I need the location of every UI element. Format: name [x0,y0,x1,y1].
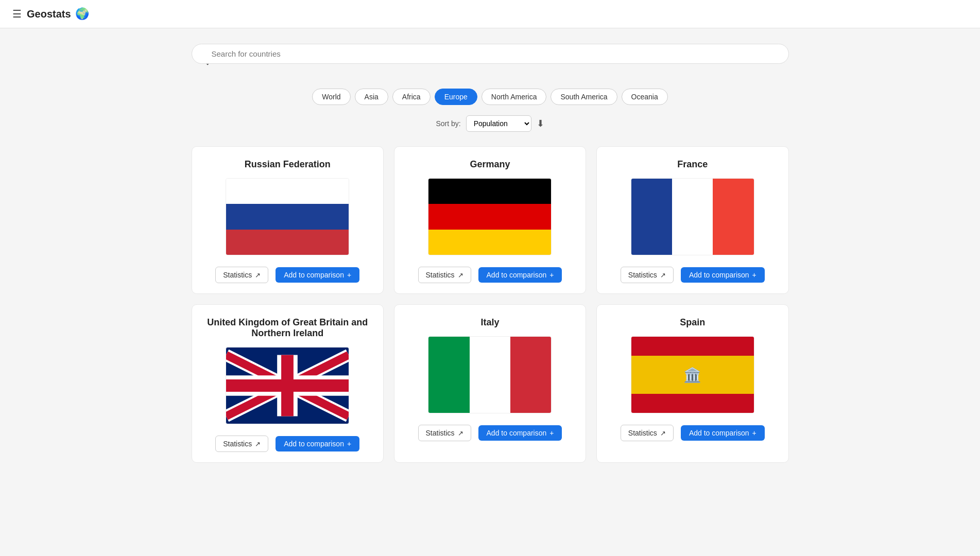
tab-world[interactable]: World [312,89,350,105]
flag-stripe [226,230,349,255]
statistics-label: Statistics [628,271,657,279]
flag-france [631,178,754,255]
card-actions-uk: Statistics ↗ Add to comparison + [215,436,359,452]
country-card-russia: Russian Federation Statistics ↗ Add to c… [192,146,384,294]
app-header: ☰ Geostats 🌍 [0,0,980,28]
flag-spain: 🏛️ [631,336,754,413]
country-name-spain: Spain [680,317,705,328]
flag-stripe [226,204,349,229]
trend-icon: ↗ [458,271,463,279]
statistics-button-russia[interactable]: Statistics ↗ [215,267,268,283]
filter-tabs: WorldAsiaAfricaEuropeNorth AmericaSouth … [192,89,789,105]
add-label: Add to comparison [487,429,547,437]
add-to-comparison-button-france[interactable]: Add to comparison + [681,267,765,283]
add-to-comparison-button-russia[interactable]: Add to comparison + [276,267,359,283]
flag-germany [428,178,552,255]
trend-icon: ↗ [255,440,261,448]
tab-north-america[interactable]: North America [482,89,547,105]
country-card-italy: Italy Statistics ↗ Add to comparison + [394,304,586,463]
card-actions-italy: Statistics ↗ Add to comparison + [418,425,562,441]
flag-russia [226,178,349,255]
app-name-text: Geostats [27,8,71,20]
app-title: Geostats 🌍 [27,7,89,21]
add-to-comparison-button-italy[interactable]: Add to comparison + [478,425,562,441]
country-name-germany: Germany [470,159,510,170]
plus-icon: + [549,429,554,437]
add-label: Add to comparison [689,271,749,279]
search-input[interactable] [192,44,789,64]
card-actions-germany: Statistics ↗ Add to comparison + [418,267,562,283]
add-label: Add to comparison [689,429,749,437]
statistics-label: Statistics [426,429,455,437]
flag-stripe [428,204,551,229]
plus-icon: + [752,429,757,437]
add-to-comparison-button-germany[interactable]: Add to comparison + [478,267,562,283]
flag-stripe [631,179,672,255]
flag-italy [428,336,552,413]
trend-icon: ↗ [660,271,666,279]
flag-stripe [428,179,551,204]
country-name-france: France [677,159,708,170]
card-actions-russia: Statistics ↗ Add to comparison + [215,267,359,283]
flag-stripe [713,179,753,255]
statistics-label: Statistics [628,429,657,437]
add-label: Add to comparison [284,440,344,448]
add-to-comparison-button-uk[interactable]: Add to comparison + [276,436,359,451]
flag-stripe [631,337,754,356]
country-name-italy: Italy [480,317,499,328]
tab-africa[interactable]: Africa [392,89,431,105]
tab-south-america[interactable]: South America [551,89,617,105]
plus-icon: + [752,271,757,279]
sort-direction-button[interactable]: ⬇ [537,118,544,129]
flag-stripe [428,337,469,413]
add-to-comparison-button-spain[interactable]: Add to comparison + [681,425,765,441]
plus-icon: + [347,440,351,448]
plus-icon: + [549,271,554,279]
country-name-russia: Russian Federation [245,159,331,170]
tab-europe[interactable]: Europe [435,89,477,105]
country-card-france: France Statistics ↗ Add to comparison + [596,146,788,294]
trend-icon: ↗ [255,271,261,279]
sort-label: Sort by: [436,119,460,128]
plus-icon: + [347,271,351,279]
globe-icon: 🌍 [75,7,89,21]
statistics-label: Statistics [426,271,455,279]
statistics-button-germany[interactable]: Statistics ↗ [418,267,471,283]
country-card-spain: Spain 🏛️ Statistics ↗ Add to comparison … [596,304,788,463]
flag-stripe [510,337,551,413]
trend-icon: ↗ [660,429,666,437]
card-actions-spain: Statistics ↗ Add to comparison + [621,425,765,441]
tab-oceania[interactable]: Oceania [622,89,668,105]
card-actions-france: Statistics ↗ Add to comparison + [621,267,765,283]
countries-grid: Russian Federation Statistics ↗ Add to c… [192,146,789,463]
sort-bar: Sort by: PopulationAreaNameGDP ⬇ [192,115,789,132]
country-name-uk: United Kingdom of Great Britain and Nort… [202,317,373,339]
add-label: Add to comparison [487,271,547,279]
country-card-germany: Germany Statistics ↗ Add to comparison + [394,146,586,294]
statistics-label: Statistics [223,440,252,448]
statistics-label: Statistics [223,271,252,279]
statistics-button-france[interactable]: Statistics ↗ [621,267,674,283]
hamburger-menu-icon[interactable]: ☰ [12,8,22,20]
flag-stripe [428,230,551,255]
add-label: Add to comparison [284,271,344,279]
statistics-button-italy[interactable]: Statistics ↗ [418,425,471,441]
flag-stripe [631,394,754,413]
flag-stripe: 🏛️ [631,356,754,394]
trend-icon: ↗ [458,429,463,437]
statistics-button-spain[interactable]: Statistics ↗ [621,425,674,441]
tab-asia[interactable]: Asia [355,89,388,105]
sort-select[interactable]: PopulationAreaNameGDP [466,115,531,132]
flag-stripe [226,179,349,204]
main-content: 🔍 WorldAsiaAfricaEuropeNorth AmericaSout… [181,28,799,478]
statistics-button-uk[interactable]: Statistics ↗ [215,436,268,452]
flag-stripe [672,179,713,255]
flag-stripe [470,337,510,413]
search-wrapper: 🔍 [192,44,789,76]
flag-uk [226,347,349,424]
country-card-uk: United Kingdom of Great Britain and Nort… [192,304,384,463]
